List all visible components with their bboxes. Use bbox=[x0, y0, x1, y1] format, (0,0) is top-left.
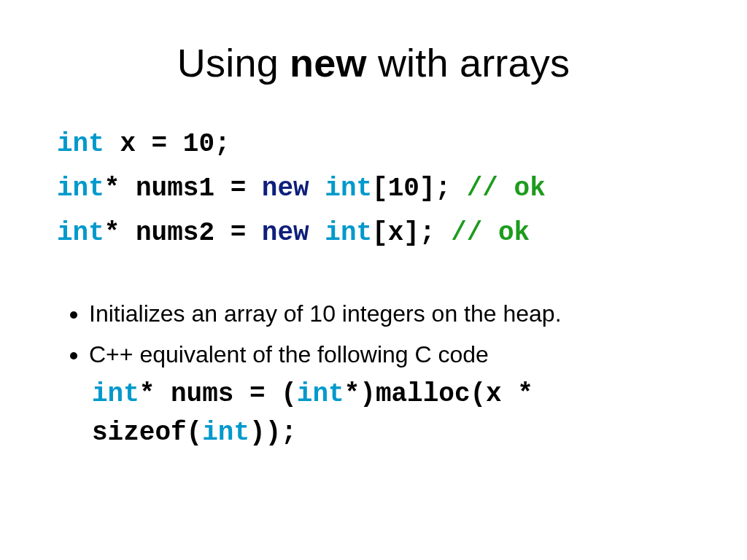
slide-title: Using new with arrays bbox=[57, 40, 690, 85]
keyword-new: new bbox=[262, 218, 325, 248]
keyword-int: int bbox=[57, 129, 104, 159]
title-bold: new bbox=[290, 41, 367, 85]
code-line-1: int x = 10; bbox=[57, 122, 690, 166]
keyword-new: new bbox=[262, 174, 325, 203]
code-text: * nums = ( bbox=[139, 379, 297, 409]
code-text: )); bbox=[249, 418, 297, 448]
slide: Using new with arrays int x = 10; int* n… bbox=[0, 0, 747, 560]
code-text: x = 10; bbox=[104, 129, 231, 159]
keyword-int: int bbox=[297, 379, 344, 409]
comment: // ok bbox=[467, 174, 546, 203]
keyword-int: int bbox=[57, 218, 104, 248]
keyword-int: int bbox=[57, 174, 104, 203]
keyword-int: int bbox=[92, 379, 139, 409]
code-text: * nums2 = bbox=[104, 218, 262, 248]
bullet-list: Initializes an array of 10 integers on t… bbox=[57, 297, 690, 452]
bullet-item: Initializes an array of 10 integers on t… bbox=[89, 297, 690, 330]
code-text: [10]; bbox=[372, 174, 467, 203]
bullet-item: C++ equivalent of the following C code i… bbox=[89, 338, 690, 452]
keyword-int: int bbox=[202, 418, 249, 448]
code-line-2: int* nums1 = new int[10]; // ok bbox=[57, 166, 690, 211]
inline-code: int* nums = (int*)malloc(x * sizeof(int)… bbox=[89, 376, 690, 451]
title-part3: with arrays bbox=[367, 41, 570, 85]
code-block: int x = 10; int* nums1 = new int[10]; //… bbox=[57, 122, 690, 256]
code-text: [x]; bbox=[372, 218, 451, 248]
keyword-int: int bbox=[325, 174, 372, 203]
title-part1: Using bbox=[177, 41, 290, 85]
code-text: * nums1 = bbox=[104, 174, 262, 203]
bullet-text: C++ equivalent of the following C code bbox=[89, 341, 489, 368]
keyword-int: int bbox=[325, 218, 372, 248]
code-line-3: int* nums2 = new int[x]; // ok bbox=[57, 211, 690, 255]
comment: // ok bbox=[451, 218, 530, 248]
